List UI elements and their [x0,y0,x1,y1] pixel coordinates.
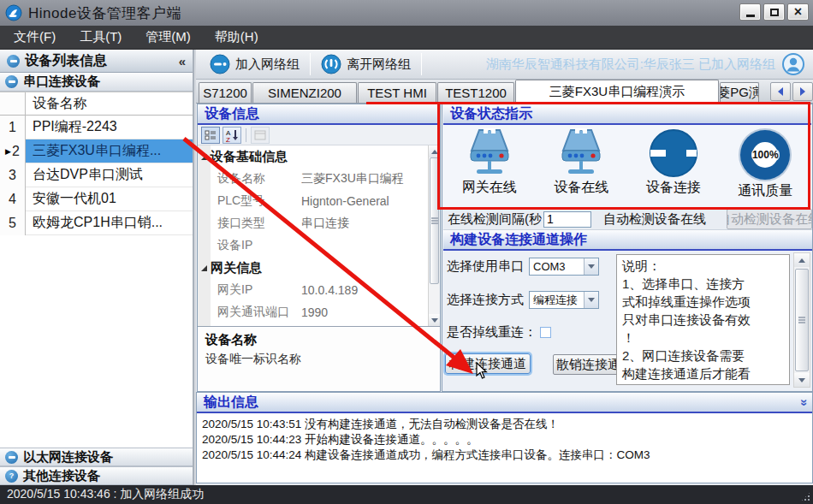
scroll-up-icon[interactable] [429,145,440,157]
sidebar-collapse-icon[interactable]: « [179,54,186,68]
leave-network-icon [321,54,341,74]
property-row[interactable]: 设备IP [198,234,428,257]
property-row[interactable]: 网关通讯端口 1990 [198,301,428,323]
property-row[interactable]: PLC型号 Hignton-General [198,190,428,212]
output-header: 输出信息 « [197,393,812,413]
table-row[interactable]: 1 PPI编程-2243 [0,116,193,139]
tab-test1200[interactable]: TEST1200 [437,82,514,103]
category-expanded-icon [201,265,207,271]
resize-grip[interactable] [800,491,811,502]
online-detect-row: 在线检测间隔(秒 自动检测设备在线 自动检测设备在线 [443,209,812,230]
scroll-up-icon[interactable] [794,253,810,267]
property-pages-icon [254,130,266,140]
status-bar-text: 2020/5/15 10:43:46 : 加入网络组成功 [7,487,204,502]
device-name-cell[interactable]: 欧姆龙CP1H串口销... [26,211,193,235]
selected-property-description: 设备唯一标识名称 [205,352,432,367]
toolbar-separator [421,53,422,75]
connect-mode-select[interactable]: 编程连接 [529,291,599,309]
property-grid-scrollbar[interactable] [428,145,440,326]
tab-mitsubishi-fx3u-active[interactable]: 三菱FX3U串口编程演示 [515,80,719,103]
tab-test-hmi[interactable]: TEST HMI [358,82,436,103]
close-button[interactable]: × [787,3,809,21]
device-table: 设备名称 1 PPI编程-2243 ▶2 三菱FX3U串口编程... 3 台达D… [0,92,193,448]
chevron-down-icon[interactable] [584,292,598,308]
alphabetical-sort-button[interactable]: AZ [223,127,241,144]
scrollbar-thumb[interactable] [795,269,809,371]
device-name-cell[interactable]: 安徽一代机01 [26,187,193,211]
tab-scroll-right-button[interactable] [792,82,813,101]
table-row[interactable]: 3 台达DVP串口测试 [0,163,193,187]
property-row[interactable]: 网关IP 10.0.4.189 [198,279,428,301]
collapse-output-icon[interactable]: « [794,399,809,406]
title-bar: Hinode设备管理客户端 × [0,0,813,26]
gateway-online-icon [462,128,517,178]
build-channel-button[interactable]: 构建连接通道 [445,353,531,374]
row-number: 3 [0,163,26,187]
category-description-info[interactable]: 设备描述信息 [198,323,428,326]
minimize-button[interactable] [739,3,761,21]
status-indicators: 网关在线 设备在线 [443,125,811,200]
log-line: 2020/5/15 10:44:24 构建设备连接通道成功，编程方式连接串口设备… [202,448,807,463]
az-sort-icon: AZ [225,128,239,142]
scroll-down-icon[interactable] [429,314,440,326]
category-basic-info[interactable]: 设备基础信息 [198,145,428,168]
auto-detect-label: 自动检测设备在线 [603,211,706,228]
menu-file[interactable]: 文件(F) [14,29,56,45]
section-other-devices[interactable]: ? 其他连接设备 [0,466,193,485]
categorized-icon [205,129,217,141]
tab-mitsubishi-pg[interactable]: 三菱PG演示 [720,82,759,103]
serial-port-select[interactable]: COM3 [529,258,599,276]
category-gateway-info[interactable]: 网关信息 [198,257,428,279]
tab-scroll-right-icon [800,87,805,96]
mode-select-label: 选择连接方式 [447,292,529,308]
menu-tools[interactable]: 工具(T) [80,29,122,45]
output-log-list[interactable]: 2020/5/15 10:43:51 没有构建连接通道，无法自动检测设备是否在线… [197,413,812,483]
device-name-cell[interactable]: 台达DVP串口测试 [26,163,193,187]
device-name-cell[interactable]: PPI编程-2243 [26,116,193,139]
section-serial-devices[interactable]: 串口连接设备 [0,73,193,92]
device-status-group: 设备状态指示 网关在线 [443,105,811,208]
leave-network-button[interactable]: 离开网络组 [312,51,419,77]
row-number: 1 [0,116,26,139]
channel-group-header: 构建设备连接通道操作 [443,230,812,251]
device-list-sidebar: 设备列表信息 « 串口连接设备 设备名称 1 PPI编程-2243 ▶2 三菱F… [0,50,194,485]
row-number-header [0,92,26,115]
device-name-cell[interactable]: 三菱FX3U串口编程... [26,139,193,163]
auto-detect-button[interactable]: 自动检测设备在线 [727,209,812,229]
interval-input[interactable] [543,211,591,228]
table-row-selected[interactable]: ▶2 三菱FX3U串口编程... [0,139,193,163]
tab-s71200[interactable]: S71200 [199,82,252,103]
section-ethernet-devices[interactable]: 以太网连接设备 [0,448,193,466]
maximize-button[interactable] [763,3,785,21]
table-row[interactable]: 4 安徽一代机01 [0,187,193,211]
tab-scroll-left-button[interactable] [770,82,791,101]
quality-ring-icon: 100% [739,128,792,181]
other-device-icon: ? [5,470,18,483]
toolbar-separator [310,53,311,75]
panel-scrollbar[interactable] [793,252,810,388]
categorized-view-button[interactable] [201,127,220,144]
table-row[interactable]: 5 欧姆龙CP1H串口销... [0,211,193,235]
tab-scroll-left-icon [778,87,783,96]
row-marker-icon: ▶ [5,147,11,156]
chevron-down-icon[interactable] [584,258,598,275]
device-operation-panel: 设备状态指示 网关在线 [442,104,813,392]
device-info-panel: 设备信息 AZ 设备基础信息 设备名称 三菱FX [197,104,441,392]
output-panel: 输出信息 « 2020/5/15 10:43:51 没有构建连接通道，无法自动检… [196,392,813,483]
reconnect-checkbox[interactable] [540,327,551,338]
menu-manage[interactable]: 管理(M) [145,29,191,45]
join-network-button[interactable]: 加入网络组 [201,51,308,77]
scrollbar-thumb[interactable] [430,157,439,284]
property-description-pane: 设备名称 设备唯一标识名称 [198,326,440,391]
reconnect-label: 是否掉线重连： [447,324,537,341]
tab-simenzi200[interactable]: SIMENZI200 [252,82,357,103]
property-pages-button [251,127,270,144]
device-connect-icon [649,128,698,178]
property-row[interactable]: 接口类型 串口连接 [198,212,428,234]
user-avatar-icon[interactable] [782,53,804,75]
ethernet-device-icon [5,451,18,464]
menu-help[interactable]: 帮助(H) [215,29,258,45]
scroll-down-icon[interactable] [794,373,810,387]
property-row[interactable]: 设备名称 三菱FX3U串口编程 [198,168,428,190]
device-online-indicator: 设备在线 [538,128,624,197]
